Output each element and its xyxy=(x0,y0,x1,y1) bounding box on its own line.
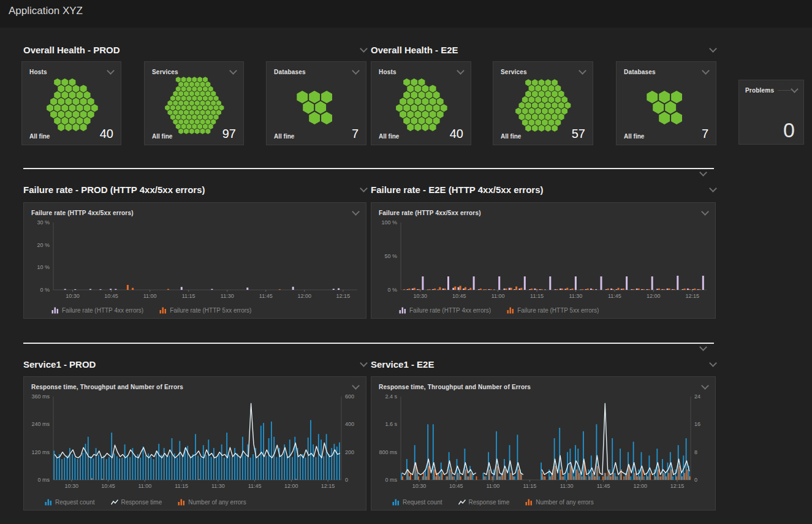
health-tile-databases-e2e[interactable]: Databases All fine7 xyxy=(616,61,716,145)
svg-text:12:15: 12:15 xyxy=(670,483,685,489)
health-tile-hosts-prod[interactable]: Hosts All fine40 xyxy=(21,61,121,145)
svg-text:10:30: 10:30 xyxy=(66,293,80,299)
bar-series-icon xyxy=(45,499,52,506)
problems-tile[interactable]: Problems 0 xyxy=(738,80,804,145)
legend-item[interactable]: Response time xyxy=(111,499,162,506)
chevron-down-icon[interactable] xyxy=(702,67,710,75)
chevron-down-icon[interactable] xyxy=(699,169,707,177)
bar-series-icon xyxy=(392,499,400,506)
svg-text:360 ms: 360 ms xyxy=(31,393,50,400)
bar-series-icon xyxy=(51,307,59,314)
legend-item[interactable]: Failure rate (HTTP 4xx errors) xyxy=(51,307,143,314)
service-e2e-chart: 2.4 s1.6 s800 ms0 ms24168010:3010:4511:0… xyxy=(373,392,714,491)
section-title: Service1 - E2E xyxy=(371,359,434,370)
chevron-down-icon[interactable] xyxy=(791,85,799,93)
svg-text:11:45: 11:45 xyxy=(608,293,621,299)
legend-item[interactable]: Number of any errors xyxy=(178,499,246,506)
status-label: All fine xyxy=(152,133,172,140)
chevron-down-icon[interactable] xyxy=(701,382,709,390)
service-prod-chart: 360 ms240 ms120 ms0 ms600400200010:3010:… xyxy=(25,392,365,491)
chevron-down-icon[interactable] xyxy=(352,382,360,390)
chevron-down-icon[interactable] xyxy=(709,45,717,53)
chevron-down-icon[interactable] xyxy=(701,208,709,216)
legend-item[interactable]: Request count xyxy=(45,499,95,506)
svg-text:11:15: 11:15 xyxy=(182,293,195,299)
chart-legend: Failure rate (HTTP 4xx errors)Failure ra… xyxy=(399,307,615,314)
page-title: Application XYZ xyxy=(9,5,83,17)
svg-text:11:15: 11:15 xyxy=(523,483,537,489)
legend-item[interactable]: Failure rate (HTTP 4xx errors) xyxy=(399,307,491,314)
chart-tile-service-prod: Response time, Throughput and Number of … xyxy=(23,376,366,511)
svg-text:400: 400 xyxy=(345,421,354,427)
line-series-icon xyxy=(111,499,118,506)
chevron-down-icon[interactable] xyxy=(457,67,465,75)
svg-text:11:30: 11:30 xyxy=(569,293,583,299)
legend-item[interactable]: Number of any errors xyxy=(525,499,593,506)
legend-label: Number of any errors xyxy=(188,499,246,506)
svg-text:11:45: 11:45 xyxy=(597,483,610,489)
section-title: Service1 - PROD xyxy=(23,359,96,370)
chevron-down-icon[interactable] xyxy=(229,67,237,75)
health-tile-services-prod[interactable]: Services All fine97 xyxy=(144,61,244,145)
bar-series-icon xyxy=(399,307,406,314)
legend-item[interactable]: Request count xyxy=(392,499,442,506)
svg-text:10 %: 10 % xyxy=(37,264,50,270)
health-tile-services-e2e[interactable]: Services All fine57 xyxy=(493,61,593,145)
chevron-down-icon[interactable] xyxy=(360,45,368,53)
chevron-down-icon[interactable] xyxy=(107,67,115,75)
bar-series-icon xyxy=(178,499,185,506)
chevron-down-icon[interactable] xyxy=(709,359,717,367)
svg-text:11:45: 11:45 xyxy=(248,483,262,489)
entity-count: 7 xyxy=(702,127,708,140)
svg-text:11:30: 11:30 xyxy=(221,293,234,299)
section-header-health-e2e: Overall Health - E2E xyxy=(371,44,716,55)
chart-title: Failure rate (HTTP 4xx/5xx errors) xyxy=(31,210,134,216)
legend-item[interactable]: Failure rate (HTTP 5xx errors) xyxy=(159,307,251,314)
legend-label: Failure rate (HTTP 5xx errors) xyxy=(170,307,251,314)
status-label: All fine xyxy=(379,133,399,140)
legend-item[interactable]: Failure rate (HTTP 5xx errors) xyxy=(507,307,599,314)
legend-item[interactable]: Response time xyxy=(458,499,510,506)
chevron-down-icon[interactable] xyxy=(699,343,707,351)
entity-count: 40 xyxy=(450,127,463,140)
svg-text:11:00: 11:00 xyxy=(486,483,499,489)
chevron-down-icon[interactable] xyxy=(360,359,368,367)
svg-text:0: 0 xyxy=(694,477,697,483)
legend-label: Response time xyxy=(121,499,162,506)
section-header-health-prod: Overall Health - PROD xyxy=(23,44,366,55)
chevron-down-icon[interactable] xyxy=(709,184,717,192)
chevron-down-icon[interactable] xyxy=(360,184,368,192)
chevron-down-icon[interactable] xyxy=(352,208,360,216)
chart-tile-failure-e2e: Failure rate (HTTP 4xx/5xx errors) 100 %… xyxy=(371,202,716,319)
svg-text:24: 24 xyxy=(694,393,700,400)
section-divider xyxy=(23,343,714,344)
section-title: Overall Health - PROD xyxy=(23,45,120,55)
svg-text:10:45: 10:45 xyxy=(452,293,466,299)
svg-text:30 %: 30 % xyxy=(37,219,50,226)
tile-title: Problems xyxy=(745,87,774,94)
svg-text:0 %: 0 % xyxy=(387,287,397,293)
svg-text:120 ms: 120 ms xyxy=(31,449,50,455)
section-title: Failure rate - E2E (HTTP 4xx/5xx errors) xyxy=(371,184,544,195)
svg-text:10:30: 10:30 xyxy=(65,483,79,489)
svg-text:16: 16 xyxy=(694,421,700,427)
svg-text:11:45: 11:45 xyxy=(259,293,273,299)
legend-label: Response time xyxy=(469,499,510,506)
legend-label: Failure rate (HTTP 5xx errors) xyxy=(517,307,599,314)
health-tile-hosts-e2e[interactable]: Hosts All fine40 xyxy=(371,61,471,145)
svg-text:0 ms: 0 ms xyxy=(37,477,50,483)
svg-text:11:15: 11:15 xyxy=(175,483,188,489)
svg-text:11:15: 11:15 xyxy=(530,293,544,299)
chart-tile-failure-prod: Failure rate (HTTP 4xx/5xx errors) 30 %2… xyxy=(23,202,366,319)
status-label: All fine xyxy=(29,133,50,140)
svg-text:8: 8 xyxy=(694,449,697,455)
chevron-down-icon[interactable] xyxy=(579,67,586,75)
health-tile-databases-prod[interactable]: Databases All fine7 xyxy=(266,61,366,145)
section-header-service-e2e: Service1 - E2E xyxy=(371,359,716,370)
chevron-down-icon[interactable] xyxy=(352,67,360,75)
entity-count: 57 xyxy=(572,127,585,140)
bar-series-icon xyxy=(507,307,514,314)
section-header-service-prod: Service1 - PROD xyxy=(23,359,366,370)
legend-label: Request count xyxy=(55,499,95,506)
svg-text:12:00: 12:00 xyxy=(284,483,298,489)
